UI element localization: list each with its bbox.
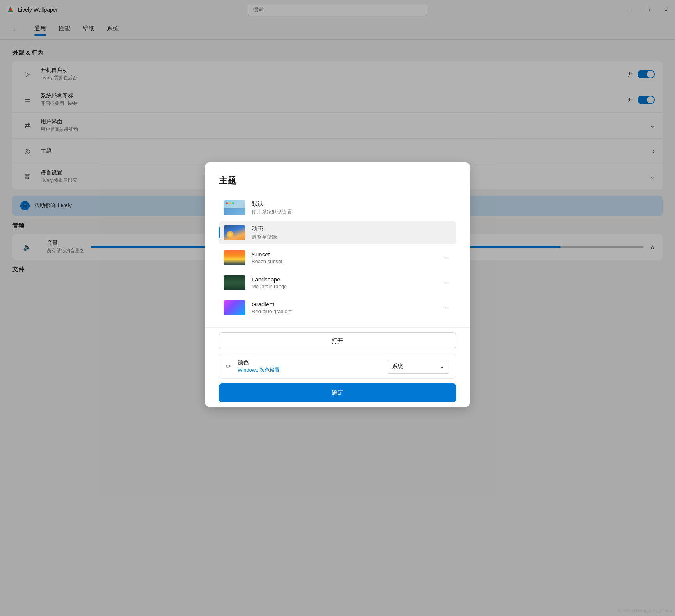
color-title: 颜色 [238,359,280,366]
watermark: CSDN @Deng_Xian_Sheng [618,608,672,613]
gradient-info: Gradient Red blue gradient [252,301,292,314]
dot-yellow [229,202,231,204]
theme-thumb-dynamic [224,225,245,240]
sunset-name: Sunset [252,251,282,258]
dot-red [226,202,228,204]
open-button[interactable]: 打开 [219,332,456,349]
theme-thumb-gradient [224,300,245,315]
landscape-info: Landscape Mountain range [252,276,287,289]
color-row: ✏ 颜色 Windows 颜色设置 系统 ⌄ [219,354,456,379]
dynamic-desc: 调整至壁纸 [252,233,277,240]
theme-item-dynamic[interactable]: 动态 调整至壁纸 [219,221,456,244]
landscape-name: Landscape [252,276,287,283]
dialog-title: 主题 [219,175,456,187]
color-chevron-icon: ⌄ [440,363,444,370]
thumb-dots [226,202,234,204]
landscape-desc: Mountain range [252,283,287,289]
theme-dialog: 主题 默认 使用系统默认设置 [205,162,470,407]
paint-icon: ✏ [226,362,231,371]
dialog-body: 主题 默认 使用系统默认设置 [205,162,470,327]
default-desc: 使用系统默认设置 [252,208,292,215]
theme-item-landscape[interactable]: Landscape Mountain range ··· [219,271,456,294]
dynamic-info: 动态 调整至壁纸 [252,225,277,240]
gradient-name: Gradient [252,301,292,308]
theme-item-sunset[interactable]: Sunset Beach sunset ··· [219,246,456,269]
theme-thumb-default [224,200,245,215]
gradient-more-button[interactable]: ··· [439,302,451,313]
default-info: 默认 使用系统默认设置 [252,200,292,215]
dynamic-name: 动态 [252,225,277,233]
dialog-overlay[interactable]: 主题 默认 使用系统默认设置 [0,0,675,616]
landscape-more-button[interactable]: ··· [439,277,451,288]
default-name: 默认 [252,200,292,208]
gradient-desc: Red blue gradient [252,308,292,314]
color-label: 颜色 Windows 颜色设置 [238,359,280,374]
theme-list: 默认 使用系统默认设置 动态 调整至壁纸 [219,196,456,319]
dot-green [232,202,234,204]
theme-item-default[interactable]: 默认 使用系统默认设置 [219,196,456,219]
sunset-desc: Beach sunset [252,258,282,264]
sunset-more-button[interactable]: ··· [439,252,451,263]
confirm-button[interactable]: 确定 [219,383,456,402]
selected-indicator [219,227,220,238]
color-link-text: Windows [238,367,259,373]
dialog-footer: 打开 ✏ 颜色 Windows 颜色设置 系统 ⌄ 确定 [205,327,470,407]
sunset-info: Sunset Beach sunset [252,251,282,264]
color-select-value: 系统 [392,363,403,370]
color-select-dropdown[interactable]: 系统 ⌄ [387,360,449,374]
color-link[interactable]: Windows 颜色设置 [238,367,280,373]
theme-item-gradient[interactable]: Gradient Red blue gradient ··· [219,296,456,319]
theme-thumb-sunset [224,250,245,265]
color-link-text2: 颜色设置 [259,367,280,373]
theme-thumb-landscape [224,275,245,290]
